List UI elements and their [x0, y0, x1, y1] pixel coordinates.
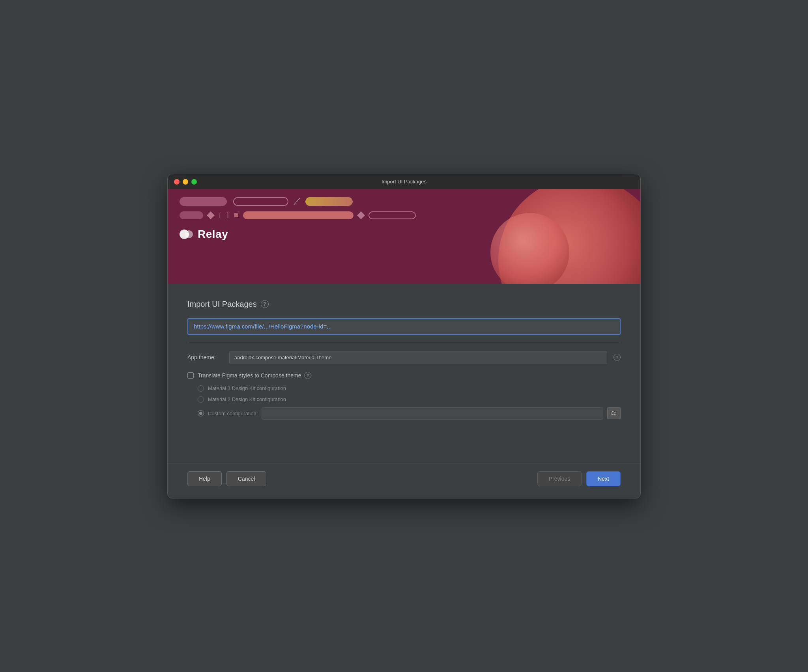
hero-row1: ╱	[180, 197, 628, 206]
deco-pill-1	[180, 197, 227, 206]
next-button[interactable]: Next	[586, 471, 621, 486]
deco-pill-outline-short	[368, 211, 416, 219]
hero-row2: [ ]	[180, 211, 628, 219]
translate-checkbox-row[interactable]: Translate Figma styles to Compose theme …	[187, 372, 621, 379]
section-title-text: Import UI Packages	[187, 300, 257, 309]
footer-left: Help Cancel	[187, 471, 266, 486]
material2-radio[interactable]	[198, 396, 204, 403]
translate-help-icon[interactable]: ?	[304, 372, 311, 379]
folder-browse-button[interactable]: 🗂	[607, 407, 621, 419]
translate-checkbox[interactable]	[187, 372, 194, 379]
app-theme-label: App theme:	[187, 354, 223, 360]
traffic-lights	[174, 179, 197, 185]
custom-label: Custom configuration:	[208, 411, 258, 416]
folder-icon: 🗂	[611, 410, 617, 417]
custom-config-row[interactable]: Custom configuration: 🗂	[198, 407, 621, 420]
material2-label: Material 2 Design Kit configuration	[208, 396, 286, 402]
main-window: Import UI Packages ╱ [ ]	[167, 174, 641, 498]
help-button[interactable]: Help	[187, 471, 222, 486]
slash-icon: ╱	[294, 196, 300, 206]
svg-point-1	[185, 230, 193, 238]
deco-pill-short	[180, 211, 203, 219]
material3-radio-row[interactable]: Material 3 Design Kit configuration	[198, 385, 621, 392]
hero-banner: ╱ [ ] Relay	[168, 189, 640, 284]
section-title-row: Import UI Packages ?	[187, 300, 621, 309]
custom-config-input[interactable]	[262, 407, 603, 420]
previous-button[interactable]: Previous	[537, 471, 582, 486]
deco-pill-pink-long	[243, 211, 354, 219]
window-title: Import UI Packages	[382, 179, 426, 185]
material3-radio[interactable]	[198, 385, 204, 392]
main-content: Import UI Packages ? App theme: ? Transl…	[168, 284, 640, 431]
url-input[interactable]	[194, 323, 614, 330]
deco-diamond-2	[357, 211, 365, 219]
app-theme-row: App theme: ?	[187, 351, 621, 364]
minimize-button[interactable]	[183, 179, 188, 185]
custom-radio[interactable]	[198, 410, 204, 416]
app-theme-input[interactable]	[229, 351, 607, 364]
translate-label: Translate Figma styles to Compose theme …	[198, 372, 311, 379]
material3-label: Material 3 Design Kit configuration	[208, 385, 286, 391]
footer: Help Cancel Previous Next	[168, 463, 640, 498]
relay-logo: Relay	[180, 227, 628, 241]
radio-group: Material 3 Design Kit configuration Mate…	[187, 385, 621, 420]
material2-radio-row[interactable]: Material 2 Design Kit configuration	[198, 396, 621, 403]
title-bar: Import UI Packages	[168, 174, 640, 189]
section-help-icon[interactable]: ?	[261, 300, 269, 308]
relay-logo-text: Relay	[198, 228, 228, 241]
bracket-icon: [ ]	[218, 211, 230, 219]
url-input-container[interactable]	[187, 318, 621, 335]
deco-pill-gradient	[305, 197, 353, 206]
relay-logo-icon	[180, 227, 194, 241]
app-theme-help-icon[interactable]: ?	[613, 354, 621, 361]
maximize-button[interactable]	[191, 179, 197, 185]
divider	[187, 343, 621, 343]
close-button[interactable]	[174, 179, 180, 185]
deco-square	[234, 213, 238, 217]
footer-right: Previous Next	[537, 471, 621, 486]
deco-diamond-1	[207, 211, 215, 219]
deco-pill-outline-1	[233, 197, 288, 206]
hero-ui-elements: ╱ [ ] Relay	[180, 197, 628, 241]
cancel-button[interactable]: Cancel	[226, 471, 267, 486]
